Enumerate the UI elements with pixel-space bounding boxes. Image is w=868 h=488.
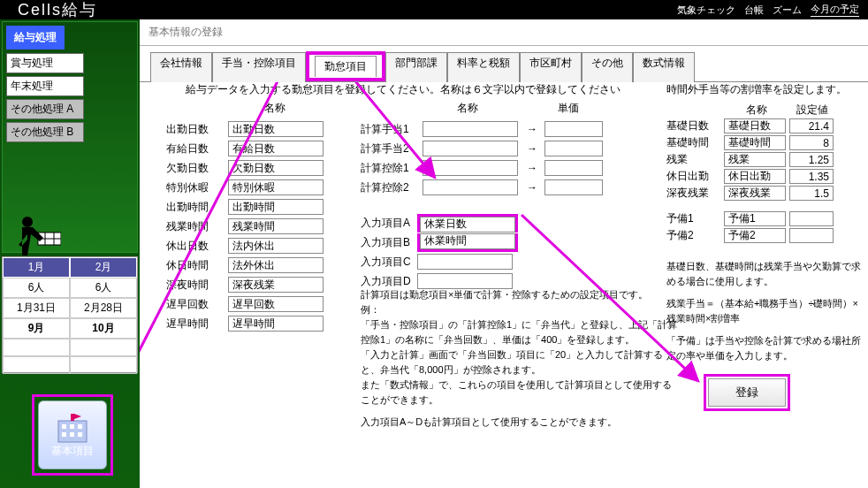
rate-value-input[interactable]: [789, 186, 834, 201]
calc-name-input[interactable]: [423, 160, 518, 176]
attendance-row: 特別休暇: [166, 178, 327, 197]
sidebar-item[interactable]: 賞与処理: [6, 53, 84, 73]
cal-month[interactable]: 2月: [70, 257, 137, 278]
field-label: 出勤時間: [166, 200, 223, 215]
calc-row: 計算手当2→: [361, 139, 603, 158]
rate-label: 残業: [666, 152, 721, 167]
col2-head-name: 名称: [417, 101, 518, 118]
rate-row: 残業: [666, 151, 868, 168]
sidebar: 給与処理 賞与処理 年末処理 その他処理 A その他処理 B 1月 2月 6人6…: [0, 19, 140, 488]
spare-value-input[interactable]: [789, 211, 834, 226]
tab-formula[interactable]: 数式情報: [633, 52, 695, 82]
calc-row: 計算控除2→: [361, 178, 603, 197]
page-title: 基本情報の登録: [140, 19, 868, 43]
rate-value-input[interactable]: [789, 169, 834, 184]
input-item-input[interactable]: [420, 233, 515, 249]
attendance-row: 休出日数: [166, 236, 327, 255]
field-label: 計算手当2: [361, 141, 417, 156]
calc-unit-input[interactable]: [544, 160, 603, 176]
rate-value-input[interactable]: [789, 118, 834, 133]
attendance-row: 残業時間: [166, 217, 327, 236]
field-label: 出勤日数: [166, 122, 223, 137]
rate-label: 深夜残業: [666, 186, 721, 201]
cal-month[interactable]: 1月: [3, 257, 70, 278]
cal-cell: 9月: [3, 318, 70, 339]
tab-rates[interactable]: 料率と税額: [447, 52, 520, 82]
cal-cell: 6人: [70, 278, 137, 298]
field-input[interactable]: [228, 160, 324, 176]
arrow-icon: →: [527, 142, 537, 155]
calc-unit-input[interactable]: [544, 121, 603, 137]
calc-name-input[interactable]: [423, 179, 518, 195]
calc-fields: 名称 単価 計算手当1→計算手当2→計算控除1→計算控除2→ 入力項目A入力項目…: [361, 100, 603, 291]
cal-cell: 1月31日: [3, 298, 70, 318]
field-input[interactable]: [228, 218, 324, 234]
tab-attendance[interactable]: 勤怠項目: [315, 56, 377, 77]
topbar-item[interactable]: 今月の予定: [811, 3, 859, 17]
rate-name-input[interactable]: [724, 135, 786, 150]
field-input[interactable]: [228, 238, 324, 254]
sidebar-item[interactable]: 年末処理: [6, 76, 84, 96]
rate-row: 休日出勤: [666, 168, 868, 185]
cal-cell: [3, 339, 70, 356]
calc-name-input[interactable]: [423, 121, 518, 137]
topbar-item[interactable]: 台帳: [744, 4, 764, 17]
spare-value-input[interactable]: [789, 228, 834, 243]
topbar-item[interactable]: 気象チェック: [677, 4, 735, 17]
field-label: 計算手当1: [361, 122, 417, 137]
rate-label: 休日出勤: [666, 169, 721, 184]
col1-head: 名称: [223, 101, 327, 118]
rate-value-input[interactable]: [789, 152, 834, 167]
svg-rect-10: [70, 432, 74, 437]
field-input[interactable]: [228, 277, 324, 293]
register-highlight: 登録: [704, 374, 790, 411]
calc-row: 計算控除1→: [361, 158, 603, 178]
base-items-button[interactable]: 基本項目: [38, 400, 107, 469]
field-input[interactable]: [228, 296, 324, 312]
input-item-input[interactable]: [417, 254, 513, 270]
rate-name-input[interactable]: [724, 152, 786, 167]
field-label: 欠勤日数: [166, 161, 223, 176]
rate-label: 基礎日数: [666, 118, 721, 133]
tab-other[interactable]: その他: [582, 52, 633, 82]
tab-allowance[interactable]: 手当・控除項目: [212, 52, 306, 82]
sidebar-main-button[interactable]: 給与処理: [6, 26, 65, 50]
tab-department[interactable]: 部門部課: [385, 52, 447, 82]
svg-rect-8: [78, 424, 82, 429]
calc-name-input[interactable]: [423, 141, 518, 156]
cal-cell: [3, 356, 70, 374]
field-input[interactable]: [228, 257, 324, 273]
field-label: 入力項目C: [361, 255, 417, 270]
rate-name-input[interactable]: [724, 186, 786, 201]
register-button[interactable]: 登録: [708, 378, 786, 407]
input-item-row: 入力項目C: [361, 252, 603, 271]
topbar-item[interactable]: ズーム: [773, 4, 802, 17]
tab-attendance-highlight: 勤怠項目: [306, 51, 385, 81]
field-input[interactable]: [228, 179, 324, 195]
spare-name-input[interactable]: [724, 211, 786, 226]
field-input[interactable]: [228, 121, 324, 137]
svg-rect-5: [58, 421, 87, 442]
field-input[interactable]: [228, 141, 324, 156]
calc-unit-input[interactable]: [544, 179, 603, 195]
topbar-right: 気象チェック 台帳 ズーム 今月の予定: [677, 3, 868, 17]
sidebar-item[interactable]: その他処理 B: [6, 122, 84, 142]
tab-company[interactable]: 会社情報: [150, 52, 212, 82]
tabs: 会社情報 手当・控除項目 勤怠項目 部門部課 料率と税額 市区町村 その他 数式…: [140, 51, 868, 81]
sidebar-item[interactable]: その他処理 A: [6, 99, 84, 119]
field-label: 計算控除1: [361, 161, 417, 176]
calc-unit-input[interactable]: [544, 141, 603, 156]
arrow-icon: →: [527, 181, 537, 194]
rate-name-input[interactable]: [724, 118, 786, 133]
input-item-input[interactable]: [420, 217, 515, 233]
svg-rect-9: [62, 432, 66, 437]
field-input[interactable]: [228, 199, 324, 215]
field-input[interactable]: [228, 316, 324, 332]
rate-value-input[interactable]: [789, 135, 834, 150]
spare-name-input[interactable]: [724, 228, 786, 243]
field-label: 深夜時間: [166, 278, 223, 293]
rate-name-input[interactable]: [724, 169, 786, 184]
rate-row: 基礎時間: [666, 134, 868, 151]
tab-city[interactable]: 市区町村: [520, 52, 582, 82]
base-button-highlight: 基本項目: [32, 394, 113, 476]
